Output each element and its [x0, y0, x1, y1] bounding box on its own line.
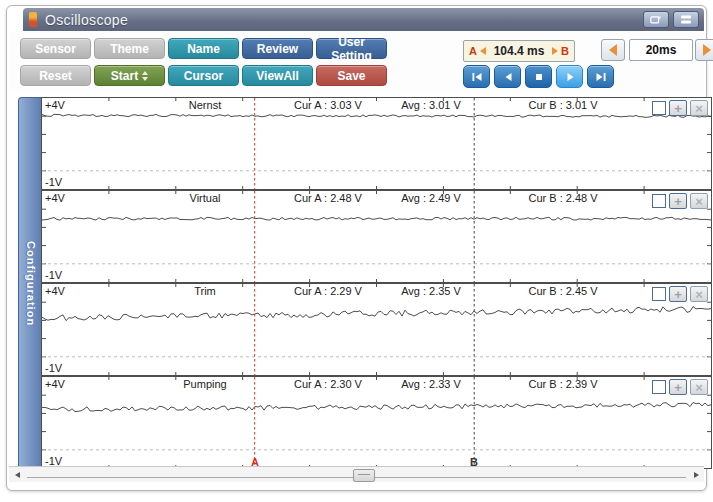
- ab-interval-value: 104.4 ms: [489, 44, 549, 58]
- channel-add-button[interactable]: +: [669, 286, 687, 302]
- reset-button[interactable]: Reset: [20, 65, 91, 86]
- cursor-a-value: Cur A : 2.29 V: [273, 285, 383, 297]
- timebase-value[interactable]: 20ms: [629, 39, 693, 61]
- skip-to-start-icon: [471, 71, 483, 83]
- spinner-arrows-icon: [142, 71, 148, 81]
- channel-add-button[interactable]: +: [669, 100, 687, 116]
- scroll-right-button[interactable]: [691, 470, 701, 480]
- viewall-button[interactable]: ViewAll: [242, 65, 313, 86]
- triangle-left-icon: [480, 47, 486, 55]
- channel-controls: + ×: [652, 286, 708, 302]
- step-back-button[interactable]: [494, 65, 521, 88]
- axis-ticks: [42, 98, 711, 189]
- cursor-a-label: A: [469, 45, 477, 57]
- user-setting-button[interactable]: User Setting: [316, 38, 387, 59]
- waveform-plot: [42, 98, 711, 189]
- button-label: User Setting: [317, 35, 386, 63]
- button-label: Sensor: [35, 42, 76, 56]
- collapse-button[interactable]: [673, 11, 699, 28]
- channel-visibility-checkbox[interactable]: [652, 287, 666, 301]
- button-label: ViewAll: [256, 69, 298, 83]
- titlebar-buttons: [643, 11, 699, 28]
- signal-trace: [42, 402, 711, 411]
- popout-icon: [650, 14, 662, 25]
- channel-panel-pumping: +4V -1V Pumping Cur A : 2.30 V Avg : 2.3…: [41, 376, 712, 469]
- channel-name: Trim: [155, 285, 255, 297]
- channel-visibility-checkbox[interactable]: [652, 101, 666, 115]
- cursor-a-value: Cur A : 2.30 V: [273, 378, 383, 390]
- triangle-left-icon: [15, 472, 20, 478]
- horizontal-scrollbar[interactable]: [9, 466, 704, 482]
- waveform-plot: [42, 191, 711, 282]
- channel-visibility-checkbox[interactable]: [652, 380, 666, 394]
- scrollbar-thumb[interactable]: [353, 469, 375, 482]
- signal-trace: [42, 307, 711, 321]
- button-label: Name: [187, 42, 220, 56]
- skip-to-start-button[interactable]: [463, 65, 490, 88]
- stop-icon: [533, 71, 545, 83]
- play-button[interactable]: [556, 65, 583, 88]
- start-button[interactable]: Start: [94, 65, 165, 86]
- signal-trace: [42, 217, 711, 220]
- cursor-b-label: B: [561, 45, 569, 57]
- channel-name: Nernst: [155, 99, 255, 111]
- channel-controls: + ×: [652, 379, 708, 395]
- vmax-label: +4V: [45, 285, 65, 297]
- button-label: Cursor: [184, 69, 223, 83]
- vmin-label: -1V: [45, 269, 62, 281]
- name-button[interactable]: Name: [168, 38, 239, 59]
- collapse-icon: [680, 14, 692, 25]
- channel-close-button[interactable]: ×: [690, 193, 708, 209]
- axis-ticks: [42, 377, 711, 468]
- cursor-button[interactable]: Cursor: [168, 65, 239, 86]
- scroll-left-button[interactable]: [12, 470, 22, 480]
- save-button[interactable]: Save: [316, 65, 387, 86]
- vmax-label: +4V: [45, 99, 65, 111]
- button-label: Reset: [39, 69, 72, 83]
- channel-controls: + ×: [652, 100, 708, 116]
- step-back-icon: [502, 71, 514, 83]
- cursor-b-value: Cur B : 3.01 V: [503, 99, 623, 111]
- play-icon: [564, 71, 576, 83]
- channel-add-button[interactable]: +: [669, 193, 687, 209]
- vmin-label: -1V: [45, 176, 62, 188]
- theme-button[interactable]: Theme: [94, 38, 165, 59]
- average-value: Avg : 2.49 V: [381, 192, 481, 204]
- media-controls: [463, 65, 614, 88]
- timebase-decrease-button[interactable]: [601, 39, 625, 61]
- channel-stack: +4V -1V Nernst Cur A : 3.03 V Avg : 3.01…: [41, 97, 712, 469]
- channel-controls: + ×: [652, 193, 708, 209]
- channel-close-button[interactable]: ×: [690, 286, 708, 302]
- oscilloscope-app: Oscilloscope SensorThemeNameReviewUse: [0, 0, 713, 502]
- channel-close-button[interactable]: ×: [690, 100, 708, 116]
- button-label: Save: [337, 69, 365, 83]
- waveform-plot: [42, 284, 711, 375]
- channel-add-button[interactable]: +: [669, 379, 687, 395]
- configuration-tab-label: Configuration: [25, 241, 37, 326]
- triangle-right-icon: [703, 44, 711, 56]
- cursor-b-value: Cur B : 2.39 V: [503, 378, 623, 390]
- sidebar-tab-configuration[interactable]: Configuration: [18, 97, 42, 471]
- channel-close-button[interactable]: ×: [690, 379, 708, 395]
- channel-panel-nernst: +4V -1V Nernst Cur A : 3.03 V Avg : 3.01…: [41, 97, 712, 190]
- toolbar-button-grid: SensorThemeNameReviewUser SettingResetSt…: [20, 38, 400, 92]
- stop-button[interactable]: [525, 65, 552, 88]
- channel-panel-trim: +4V -1V Trim Cur A : 2.29 V Avg : 2.35 V…: [41, 283, 712, 376]
- button-label: Theme: [110, 42, 149, 56]
- average-value: Avg : 2.35 V: [381, 285, 481, 297]
- triangle-left-icon: [609, 44, 617, 56]
- triangle-right-icon: [552, 47, 558, 55]
- popout-button[interactable]: [643, 11, 669, 28]
- cursor-b-value: Cur B : 2.48 V: [503, 192, 623, 204]
- axis-ticks: [42, 284, 711, 375]
- timebase-increase-button[interactable]: [695, 39, 713, 61]
- app-window: Oscilloscope SensorThemeNameReviewUse: [6, 5, 707, 491]
- sensor-button[interactable]: Sensor: [20, 38, 91, 59]
- channel-visibility-checkbox[interactable]: [652, 194, 666, 208]
- waveform-plot: [42, 377, 711, 468]
- button-label: Review: [257, 42, 298, 56]
- review-button[interactable]: Review: [242, 38, 313, 59]
- cursor-b-value: Cur B : 2.45 V: [503, 285, 623, 297]
- average-value: Avg : 2.33 V: [381, 378, 481, 390]
- skip-to-end-button[interactable]: [587, 65, 614, 88]
